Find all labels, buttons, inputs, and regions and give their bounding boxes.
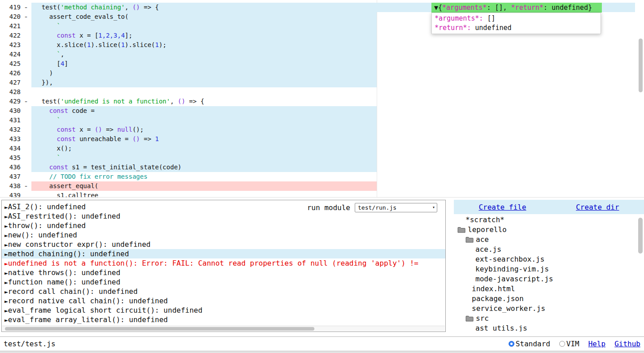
help-link[interactable]: Help bbox=[588, 340, 606, 348]
console-hscrollbar[interactable] bbox=[2, 326, 445, 331]
code-line[interactable]: 431 ` bbox=[0, 116, 644, 125]
tree-label: ast_utils.js bbox=[475, 323, 527, 331]
files-scrollbar-thumb[interactable] bbox=[638, 218, 643, 254]
code-line[interactable]: 430 const code = bbox=[0, 106, 644, 116]
file-panel: Create file Create dir *scratch*leporell… bbox=[454, 200, 644, 331]
test-result-row[interactable]: ►method chaining(): undefined bbox=[2, 249, 445, 258]
test-result-row[interactable]: ►throw(): undefined bbox=[2, 221, 445, 230]
value-inspector-tooltip: ▼{*arguments*: [], *return*: undefined} … bbox=[431, 3, 602, 34]
line-number: 424 bbox=[0, 50, 21, 59]
test-result-row[interactable]: ►new constructor expr(): undefined bbox=[2, 240, 445, 249]
radio-unselected-icon bbox=[559, 341, 565, 347]
code-line[interactable]: 427 }), bbox=[0, 78, 644, 87]
create-file-link[interactable]: Create file bbox=[479, 203, 526, 211]
line-number: 437 bbox=[0, 172, 21, 181]
test-result-row[interactable]: ►ASI_restrited(): undefined bbox=[2, 211, 445, 221]
fold-widget-icon[interactable]: - bbox=[22, 97, 30, 106]
console-hscrollbar-thumb[interactable] bbox=[5, 327, 314, 331]
expand-arrow-icon[interactable]: ► bbox=[4, 251, 8, 258]
tree-file[interactable]: ast_utils.js bbox=[454, 323, 644, 331]
code-line[interactable]: 424 `, bbox=[0, 50, 644, 59]
test-result-row[interactable]: ►undefined is not a function(): Error: F… bbox=[2, 258, 445, 268]
code-line[interactable]: 433 const unreachable = () => 1 bbox=[0, 134, 644, 144]
fold-widget-icon[interactable]: - bbox=[22, 181, 30, 191]
line-number: 438 bbox=[0, 181, 21, 191]
line-number: 436 bbox=[0, 163, 21, 172]
line-number: 439 bbox=[0, 191, 21, 198]
keybinding-vim-label: VIM bbox=[566, 340, 579, 348]
keybinding-vim-radio[interactable]: VIM bbox=[559, 340, 579, 348]
keybinding-standard-radio[interactable]: Standard bbox=[509, 340, 550, 348]
tree-file[interactable]: package.json bbox=[454, 294, 644, 304]
line-number: 427 bbox=[0, 78, 21, 87]
tree-folder[interactable]: ace bbox=[454, 235, 644, 245]
expand-arrow-icon[interactable]: ► bbox=[4, 317, 8, 323]
expand-arrow-icon[interactable]: ► bbox=[4, 298, 8, 305]
line-number: 431 bbox=[0, 116, 21, 125]
test-result-row[interactable]: ►function name(): undefined bbox=[2, 277, 445, 287]
run-module-control: run module test/run.js ▾ bbox=[307, 203, 437, 212]
run-module-select[interactable]: test/run.js bbox=[355, 203, 437, 212]
line-number: 419 bbox=[0, 3, 21, 12]
file-panel-header: Create file Create dir bbox=[454, 200, 644, 214]
test-result-row[interactable]: ►eval_frame logical short circuit(): und… bbox=[2, 306, 445, 315]
test-result-text: ASI_2(): undefined bbox=[8, 202, 86, 211]
tooltip-header[interactable]: ▼{*arguments*: [], *return*: undefined} bbox=[431, 3, 602, 13]
test-result-text: function name(): undefined bbox=[8, 278, 120, 286]
tree-file[interactable]: mode-javascript.js bbox=[454, 274, 644, 284]
expand-arrow-icon[interactable]: ► bbox=[4, 232, 8, 239]
code-line[interactable]: 425 [4] bbox=[0, 59, 644, 69]
tooltip-body: *arguments*: []*return*: undefined bbox=[431, 13, 601, 34]
editor-scrollbar-thumb[interactable] bbox=[639, 39, 643, 92]
tree-label: keybinding-vim.js bbox=[475, 264, 549, 274]
expand-arrow-icon[interactable]: ► bbox=[4, 270, 8, 276]
expand-arrow-icon[interactable]: ► bbox=[4, 279, 8, 286]
files-scrollbar[interactable] bbox=[638, 217, 643, 331]
code-line[interactable]: 429- test('undefined is not a function',… bbox=[0, 97, 644, 106]
code-line[interactable]: 436 const s1 = test_initial_state(code) bbox=[0, 163, 644, 172]
expand-arrow-icon[interactable]: ► bbox=[4, 288, 8, 295]
test-result-text: record call chain(): undefined bbox=[8, 287, 138, 296]
test-result-row[interactable]: ►record native call chain(): undefined bbox=[2, 296, 445, 306]
tree-file[interactable]: index.html bbox=[454, 284, 644, 294]
code-line[interactable]: 428 bbox=[0, 87, 644, 97]
github-link[interactable]: Github bbox=[614, 340, 640, 348]
test-result-text: eval_frame array_literal(): undefined bbox=[8, 315, 168, 324]
expand-arrow-icon[interactable]: ► bbox=[4, 260, 8, 267]
test-result-row[interactable]: ►native throws(): undefined bbox=[2, 268, 445, 277]
test-result-row[interactable]: ►record call chain(): undefined bbox=[2, 287, 445, 296]
code-line[interactable]: 435 ` bbox=[0, 153, 644, 163]
code-line[interactable]: 438- assert_equal( bbox=[0, 181, 644, 191]
code-line[interactable]: 426 ) bbox=[0, 69, 644, 78]
test-result-row[interactable]: ►eval_frame array_literal(): undefined bbox=[2, 315, 445, 324]
folder-icon bbox=[457, 227, 466, 233]
code-line[interactable]: 432 const x = () => null(); bbox=[0, 125, 644, 134]
expand-arrow-icon[interactable]: ► bbox=[4, 223, 8, 229]
tree-folder[interactable]: src bbox=[454, 314, 644, 323]
tree-file[interactable]: keybinding-vim.js bbox=[454, 264, 644, 274]
editor-scrollbar[interactable] bbox=[639, 1, 643, 196]
tree-folder[interactable]: leporello bbox=[454, 225, 644, 235]
expand-arrow-icon[interactable]: ► bbox=[4, 204, 8, 211]
line-highlight bbox=[31, 116, 377, 125]
tree-file[interactable]: *scratch* bbox=[454, 215, 644, 225]
test-result-text: throw(): undefined bbox=[8, 221, 86, 230]
code-line[interactable]: 439 s1.calltree bbox=[0, 191, 644, 198]
folder-icon bbox=[466, 315, 474, 322]
tooltip-row: *arguments*: [] bbox=[435, 14, 598, 23]
test-result-text: undefined is not a function(): Error: FA… bbox=[8, 259, 418, 267]
tree-file[interactable]: ace.js bbox=[454, 245, 644, 254]
create-dir-link[interactable]: Create dir bbox=[576, 203, 619, 211]
fold-widget-icon[interactable]: - bbox=[22, 3, 30, 12]
tree-file[interactable]: service_worker.js bbox=[454, 304, 644, 314]
expand-arrow-icon[interactable]: ► bbox=[4, 213, 8, 220]
file-tree: *scratch*leporelloaceace.jsext-searchbox… bbox=[454, 215, 644, 331]
expand-arrow-icon[interactable]: ► bbox=[4, 241, 8, 248]
code-line[interactable]: 423 x.slice(1).slice(1).slice(1); bbox=[0, 40, 644, 50]
tree-file[interactable]: ext-searchbox.js bbox=[454, 254, 644, 264]
test-result-row[interactable]: ►new(): undefined bbox=[2, 230, 445, 240]
fold-widget-icon[interactable]: - bbox=[22, 12, 30, 22]
code-line[interactable]: 437 // TODO fix error messages bbox=[0, 172, 644, 181]
code-line[interactable]: 434 x(); bbox=[0, 144, 644, 153]
expand-arrow-icon[interactable]: ► bbox=[4, 307, 8, 314]
